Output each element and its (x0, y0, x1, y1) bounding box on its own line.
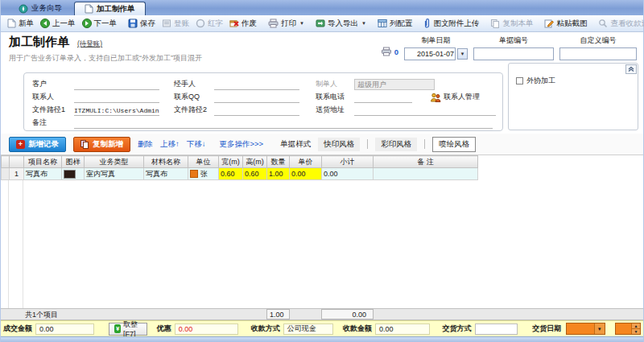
more-operations-link[interactable]: 更多操作>>> (220, 139, 264, 150)
doc-style-label[interactable]: 单据样式 (280, 139, 311, 150)
prev-order-button[interactable]: 上一单 (37, 18, 79, 30)
delivery-address-label: 送货地址 (316, 105, 354, 116)
void-button[interactable]: 作废 (226, 18, 260, 30)
add-record-button[interactable]: + 新增记录 (9, 137, 66, 152)
import-export-button[interactable]: 导入导出 ▼ (312, 18, 369, 30)
import-export-icon (316, 19, 325, 28)
contact-input[interactable] (74, 93, 159, 103)
qq-input[interactable] (214, 93, 299, 103)
contact-label: 联系人 (32, 92, 74, 103)
print-button[interactable]: 打印 ▼ (265, 18, 308, 30)
pattern-cell[interactable] (62, 168, 85, 180)
pending-post-link[interactable]: (待登账) (77, 39, 102, 49)
col-material: 材料名称 (144, 156, 188, 168)
date-dropdown-button[interactable]: ▼ (457, 48, 468, 60)
round-button-label: 取整[F7] (123, 319, 142, 338)
price-cell[interactable]: 0.00 (290, 168, 322, 180)
red-reverse-icon (196, 19, 205, 28)
unit-cell[interactable]: 张 (188, 168, 219, 180)
qty-total: 1.00 (266, 309, 290, 319)
column-config-button[interactable]: 列配置 (374, 18, 416, 30)
col-height: 高(m) (243, 156, 267, 168)
col-item-name: 项目名称 (24, 156, 62, 168)
business-type-cell[interactable]: 室内写真 (85, 168, 144, 180)
custom-number-label: 自定义编号 (580, 35, 617, 46)
item-name-cell[interactable]: 写真布 (24, 168, 62, 180)
collapse-panel-button[interactable] (625, 64, 637, 74)
arrow-left-icon (40, 19, 50, 28)
delivery-address-input[interactable] (354, 106, 496, 116)
style-separator (367, 139, 368, 149)
order-date-label: 制单日期 (422, 35, 451, 46)
outsource-checkbox[interactable] (516, 77, 523, 84)
view-payment-icon (598, 19, 608, 28)
round-amount-button[interactable]: ¥ 取整[F7] (109, 323, 147, 336)
file-path1-input[interactable]: ITZMULI:C:\Users\Adminis (74, 106, 159, 116)
delivery-date-select[interactable]: ▼ (566, 323, 605, 335)
column-config-label: 列配置 (390, 19, 413, 29)
copy-pages-icon (80, 140, 89, 149)
col-unit: 单位 (188, 156, 219, 168)
remark-cell[interactable] (374, 168, 478, 180)
new-order-button[interactable]: 新单 (4, 18, 37, 30)
move-down-link[interactable]: 下移↓ (187, 139, 206, 150)
unit-color-swatch (190, 170, 198, 178)
contact-management-button[interactable]: 联系人管理 (430, 92, 480, 103)
table-row: 1 写真布 室内写真 写真布 张 0.60 0.60 1.00 0.00 0.0… (2, 168, 478, 180)
next-order-button[interactable]: 下一单 (79, 18, 121, 30)
spinner-up-icon[interactable]: ▲ (632, 323, 640, 329)
pattern-thumbnail[interactable] (64, 170, 76, 179)
width-cell[interactable]: 0.60 (219, 168, 243, 180)
file-path2-input[interactable] (214, 106, 299, 116)
outsource-checkbox-row[interactable]: 外协加工 (516, 76, 555, 86)
pay-amount-input[interactable]: 0.00 (375, 323, 430, 335)
discount-input[interactable]: 0.00 (175, 323, 238, 335)
grid-left-guide (1, 180, 9, 308)
col-remark: 备 注 (374, 156, 478, 168)
customer-input[interactable] (74, 80, 159, 90)
tab-label: 业务向导 (31, 3, 62, 14)
items-grid-area: 项目名称 图样 业务类型 材料名称 单位 宽(m) 高(m) 数量 单价 小计 … (1, 155, 643, 308)
tab-business-wizard[interactable]: 业务向导 (9, 2, 72, 15)
subtotal-cell: 0.00 (322, 168, 374, 180)
delivery-date-dropdown-caret[interactable]: ▼ (594, 323, 605, 334)
style-quick-print[interactable]: 快印风格 (318, 138, 360, 151)
printer-icon (268, 19, 279, 28)
phone-label: 联系电话 (316, 92, 354, 103)
delete-link[interactable]: 删除 (138, 139, 153, 150)
prev-order-label: 上一单 (52, 19, 76, 29)
material-cell[interactable]: 写真布 (144, 168, 188, 180)
collapse-up-icon (628, 66, 634, 72)
remark-label: 备注 (32, 117, 74, 129)
save-button[interactable]: 保存 (125, 18, 159, 30)
delivery-time-spinner[interactable]: ▲ ▼ (615, 323, 641, 335)
delivery-method-input[interactable] (475, 323, 518, 335)
deal-amount-input[interactable]: 0.00 (35, 323, 94, 335)
attachment-upload-button[interactable]: 图文附件上传 (420, 18, 482, 30)
app-window: 业务向导 加工制作单 新单 上一单 下一单 保存 登账 (0, 0, 644, 342)
row-selector-cell[interactable] (2, 168, 10, 180)
subtotal-total: 0.00 (321, 309, 374, 319)
document-icon (85, 4, 93, 14)
pay-method-input[interactable]: 公司现金 (283, 323, 333, 335)
phone-input[interactable] (354, 93, 412, 103)
tab-processing-order[interactable]: 加工制作单 (74, 2, 146, 15)
copy-add-button[interactable]: 复制新增 (73, 137, 130, 152)
order-date-input[interactable]: 2015-01-07 (404, 47, 456, 60)
handler-input[interactable] (214, 80, 299, 90)
height-cell[interactable]: 0.60 (243, 168, 267, 180)
payment-footer-bar: 成交金额 0.00 ¥ 取整[F7] 优惠 0.00 收款方式 公司现金 收款金… (1, 320, 643, 336)
style-inkjet-selected[interactable]: 喷绘风格 (432, 137, 476, 152)
col-pattern: 图样 (62, 156, 85, 168)
doc-number-label: 单据编号 (499, 35, 528, 46)
qty-cell[interactable]: 1.00 (267, 168, 290, 180)
remark-input[interactable] (74, 119, 493, 129)
arrow-right-icon (82, 19, 92, 28)
save-label: 保存 (140, 19, 155, 29)
style-color-print[interactable]: 彩印风格 (375, 138, 417, 151)
doc-number-input[interactable] (473, 47, 554, 60)
spinner-down-icon[interactable]: ▼ (632, 329, 640, 334)
move-up-link[interactable]: 上移↑ (160, 139, 180, 150)
custom-number-input[interactable] (559, 47, 637, 60)
paste-screenshot-button[interactable]: 粘贴截图 (541, 18, 590, 30)
